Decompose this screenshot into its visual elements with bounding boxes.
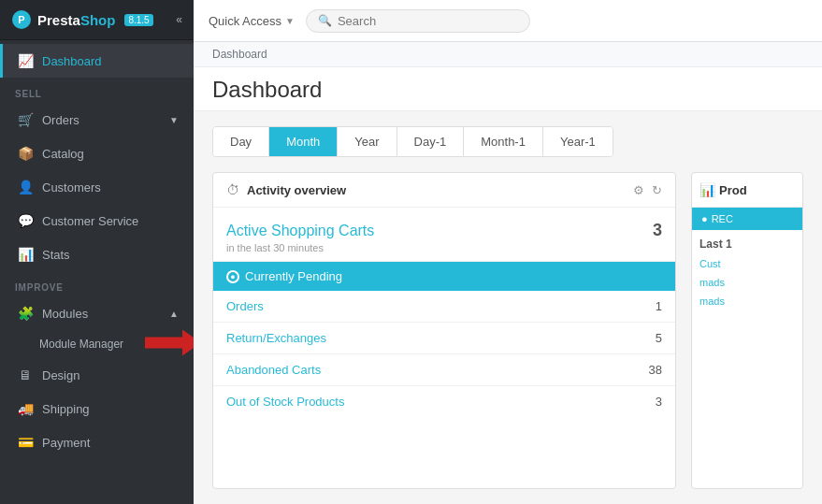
list-item[interactable]: Cust (692, 254, 802, 273)
customer-service-icon: 💬 (18, 213, 33, 228)
activity-panel-header: ⏱ Activity overview ⚙ ↻ (213, 173, 675, 208)
sidebar-item-orders[interactable]: 🛒 Orders ▼ (0, 103, 194, 137)
sidebar-item-payment[interactable]: 💳 Payment (0, 425, 194, 459)
table-row: Orders 1 (213, 291, 675, 323)
active-carts-row: Active Shopping Carts 3 (226, 221, 662, 240)
dashboard-icon: 📈 (18, 53, 33, 68)
sidebar-item-label: Customers (42, 180, 179, 194)
orders-icon: 🛒 (18, 112, 33, 127)
sidebar-item-modules[interactable]: 🧩 Modules ▲ (0, 296, 194, 330)
red-arrow-indicator (145, 330, 194, 359)
sidebar-collapse-button[interactable]: « (176, 13, 182, 26)
table-row: Return/Exchanges 5 (213, 323, 675, 354)
page-title: Dashboard (212, 77, 803, 103)
returns-link[interactable]: Return/Exchanges (226, 331, 326, 345)
search-bar[interactable]: 🔍 (306, 9, 530, 33)
active-carts-label: Active Shopping Carts (226, 223, 374, 239)
content-area: Dashboard Dashboard Day Month Year Day-1… (194, 42, 822, 504)
settings-icon[interactable]: ⚙ (633, 183, 644, 197)
sidebar-item-label: Catalog (42, 147, 179, 161)
sidebar-item-shipping[interactable]: 🚚 Shipping (0, 392, 194, 425)
red-arrow-icon (145, 330, 194, 356)
sidebar-item-label: Design (42, 368, 179, 382)
quick-access-chevron-icon: ▼ (285, 16, 295, 26)
main-area: Quick Access ▼ 🔍 Dashboard Dashboard Day… (194, 0, 822, 504)
product-panel-title: Prod (719, 183, 747, 197)
sidebar-item-dashboard[interactable]: 📈 Dashboard (0, 44, 194, 78)
svg-marker-2 (145, 330, 194, 356)
rec-label: REC (712, 213, 733, 224)
chevron-down-icon: ▼ (169, 115, 179, 125)
activity-panel-title: Activity overview (247, 183, 626, 197)
out-of-stock-link[interactable]: Out of Stock Products (226, 395, 344, 409)
sidebar-item-label: Shipping (42, 402, 179, 416)
refresh-icon[interactable]: ↻ (652, 183, 662, 197)
rec-icon: ● (701, 213, 708, 224)
table-row: Out of Stock Products 3 (213, 386, 675, 417)
sidebar-item-customers[interactable]: 👤 Customers (0, 170, 194, 204)
returns-value: 5 (656, 331, 662, 345)
chevron-up-icon: ▲ (169, 309, 179, 319)
sidebar: P PrestaShop 8.1.5 « 📈 Dashboard SELL 🛒 … (0, 0, 194, 504)
main-content: Day Month Year Day-1 Month-1 Year-1 ⏱ Ac… (194, 111, 822, 504)
customers-icon: 👤 (18, 180, 33, 194)
logo-presta-text: Presta (37, 12, 80, 28)
search-input[interactable] (338, 14, 518, 28)
period-button-day-minus1[interactable]: Day-1 (397, 127, 465, 156)
sidebar-item-label: Customer Service (42, 214, 179, 228)
module-manager-wrapper: Module Manager (0, 330, 194, 358)
sidebar-item-label: Orders (42, 113, 160, 127)
payment-icon: 💳 (18, 435, 33, 450)
sidebar-section-sell: SELL (0, 78, 194, 103)
abandoned-carts-link[interactable]: Abandoned Carts (226, 363, 321, 377)
out-of-stock-value: 3 (656, 395, 662, 409)
module-manager-label: Module Manager (39, 338, 123, 351)
panel-actions: ⚙ ↻ (633, 183, 662, 197)
period-button-month[interactable]: Month (269, 127, 338, 156)
period-button-month-minus1[interactable]: Month-1 (464, 127, 543, 156)
period-button-day[interactable]: Day (213, 127, 269, 156)
sidebar-item-label: Payment (42, 436, 179, 450)
sidebar-item-customer-service[interactable]: 💬 Customer Service (0, 204, 194, 238)
period-button-year-minus1[interactable]: Year-1 (543, 127, 613, 156)
logo-shop-text: Shop (80, 12, 116, 28)
catalog-icon: 📦 (18, 146, 33, 161)
topbar-header: Quick Access ▼ 🔍 (194, 0, 822, 42)
abandoned-carts-value: 38 (649, 363, 662, 377)
pending-rows: Orders 1 Return/Exchanges 5 Abandoned Ca… (213, 291, 675, 417)
design-icon: 🖥 (18, 367, 33, 382)
product-panel-header: 📊 Prod (692, 173, 802, 208)
list-item[interactable]: mads (692, 273, 802, 292)
sidebar-item-label: Dashboard (42, 54, 179, 68)
product-panel: 📊 Prod ● REC Last 1 Cust mads mads (691, 172, 803, 489)
prestashop-logo-icon: P (11, 9, 32, 30)
page-header: Dashboard (194, 67, 822, 111)
quick-access-label: Quick Access (209, 14, 281, 28)
logo-area: P PrestaShop 8.1.5 « (0, 0, 194, 40)
breadcrumb: Dashboard (194, 42, 822, 67)
table-row: Abandoned Carts 38 (213, 354, 675, 386)
currently-pending-label: Currently Pending (245, 269, 342, 283)
currently-pending-header: ● Currently Pending (213, 262, 675, 291)
sidebar-item-stats[interactable]: 📊 Stats (0, 238, 194, 271)
stats-icon: 📊 (18, 247, 33, 262)
version-badge: 8.1.5 (124, 14, 152, 26)
period-selector: Day Month Year Day-1 Month-1 Year-1 (212, 126, 613, 157)
dashboard-grid: ⏱ Activity overview ⚙ ↻ Active Shopping … (212, 172, 803, 489)
last-label: Last 1 (692, 230, 802, 254)
sidebar-item-catalog[interactable]: 📦 Catalog (0, 137, 194, 170)
sidebar-item-design[interactable]: 🖥 Design (0, 358, 194, 392)
list-item[interactable]: mads (692, 292, 802, 310)
sidebar-section-improve: IMPROVE (0, 271, 194, 296)
orders-link[interactable]: Orders (226, 299, 264, 313)
activity-panel: ⏱ Activity overview ⚙ ↻ Active Shopping … (212, 172, 676, 489)
svg-text:P: P (18, 14, 24, 25)
rec-button[interactable]: ● REC (692, 208, 802, 230)
active-carts-count: 3 (653, 221, 662, 240)
search-icon: 🔍 (318, 14, 332, 27)
period-button-year[interactable]: Year (338, 127, 397, 156)
sidebar-nav: 📈 Dashboard SELL 🛒 Orders ▼ 📦 Catalog 👤 … (0, 40, 194, 504)
quick-access-button[interactable]: Quick Access ▼ (209, 14, 295, 28)
bar-chart-icon: 📊 (699, 182, 715, 197)
shipping-icon: 🚚 (18, 401, 33, 416)
